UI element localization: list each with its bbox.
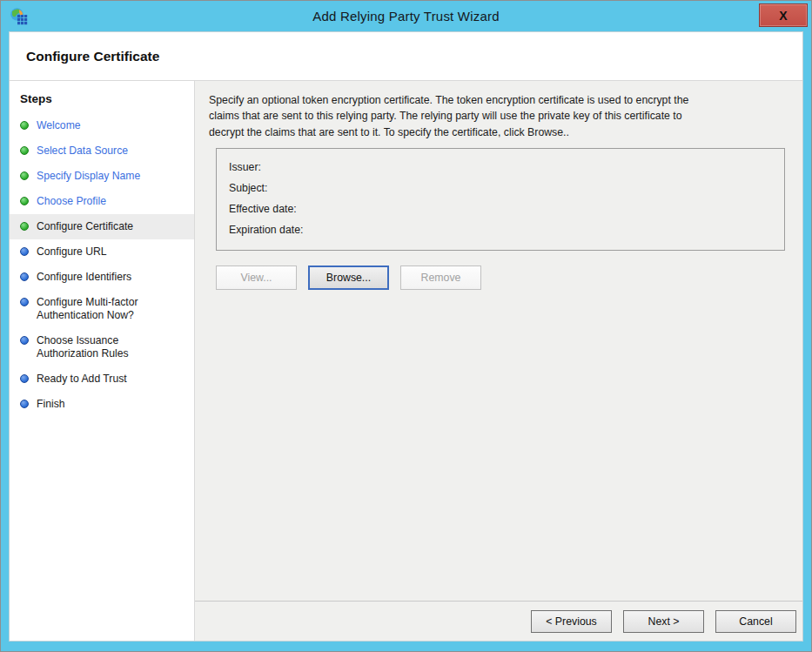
sidebar-item-configure-url[interactable]: Configure URL — [10, 239, 194, 265]
certificate-details-box: Issuer: Subject: Effective date: — [216, 148, 785, 251]
step-label: Configure Identifiers — [37, 271, 131, 284]
field-label: Effective date: — [229, 198, 297, 219]
close-button[interactable]: X — [759, 3, 808, 27]
instruction-text: Specify an optional token encryption cer… — [209, 92, 787, 140]
step-label: Choose Issuance Authorization Rules — [37, 334, 129, 360]
sidebar-item-welcome[interactable]: Welcome — [10, 113, 194, 138]
step-status-icon — [20, 146, 29, 155]
step-status-icon — [20, 400, 29, 408]
cancel-button[interactable]: Cancel — [715, 610, 796, 633]
step-label: Configure Certificate — [37, 220, 133, 233]
step-status-icon — [20, 197, 29, 205]
step-status-icon — [20, 121, 29, 130]
steps-sidebar: Steps Welcome Select Data Source Specify… — [10, 81, 195, 641]
step-label: Ready to Add Trust — [37, 373, 127, 386]
sidebar-item-configure-certificate[interactable]: Configure Certificate — [10, 214, 194, 239]
step-status-icon — [20, 171, 29, 180]
step-status-icon — [20, 272, 29, 281]
step-label: Configure URL — [37, 245, 107, 259]
wizard-window: Add Relying Party Trust Wizard X Configu… — [0, 0, 812, 652]
sidebar-item-select-data-source[interactable]: Select Data Source — [10, 138, 194, 164]
field-label: Expiration date: — [229, 219, 303, 240]
certificate-field-expiration-date: Expiration date: — [229, 219, 774, 240]
client-area: Configure Certificate Steps Welcome Sele… — [9, 31, 803, 642]
step-label: Configure Multi-factor Authentication No… — [37, 296, 138, 322]
step-status-icon — [20, 222, 29, 231]
step-label[interactable]: Choose Profile — [37, 195, 106, 208]
page-header: Configure Certificate — [10, 32, 802, 81]
sidebar-item-ready-to-add-trust[interactable]: Ready to Add Trust — [10, 366, 194, 392]
field-label: Issuer: — [229, 157, 261, 178]
step-label[interactable]: Select Data Source — [37, 145, 128, 158]
title-bar[interactable]: Add Relying Party Trust Wizard X — [1, 1, 811, 31]
close-icon: X — [779, 9, 787, 23]
step-status-icon — [20, 336, 29, 345]
sidebar-item-choose-issuance-rules[interactable]: Choose Issuance Authorization Rules — [10, 328, 194, 366]
certificate-field-issuer: Issuer: — [229, 157, 774, 178]
sidebar-item-choose-profile[interactable]: Choose Profile — [10, 189, 194, 214]
step-status-icon — [20, 374, 29, 383]
field-label: Subject: — [229, 178, 267, 198]
sidebar-item-finish[interactable]: Finish — [10, 392, 194, 417]
sidebar-item-specify-display-name[interactable]: Specify Display Name — [10, 164, 194, 189]
certificate-field-effective-date: Effective date: — [229, 198, 774, 219]
sidebar-item-configure-multifactor[interactable]: Configure Multi-factor Authentication No… — [10, 290, 194, 328]
certificate-field-subject: Subject: — [229, 178, 774, 198]
page-title: Configure Certificate — [26, 49, 159, 64]
view-button: View... — [216, 266, 297, 290]
step-status-icon — [20, 247, 29, 256]
previous-button[interactable]: < Previous — [531, 610, 612, 633]
step-label[interactable]: Specify Display Name — [37, 170, 140, 183]
window-title: Add Relying Party Trust Wizard — [1, 1, 811, 31]
step-status-icon — [20, 298, 29, 306]
step-label: Finish — [37, 398, 65, 411]
sidebar-item-configure-identifiers[interactable]: Configure Identifiers — [10, 265, 194, 290]
next-button[interactable]: Next > — [623, 610, 704, 633]
remove-button: Remove — [400, 266, 481, 290]
main-panel: Specify an optional token encryption cer… — [195, 81, 802, 641]
wizard-footer: < Previous Next > Cancel — [195, 601, 802, 641]
steps-heading: Steps — [20, 92, 184, 105]
browse-button[interactable]: Browse... — [308, 266, 389, 290]
step-label[interactable]: Welcome — [37, 119, 81, 132]
